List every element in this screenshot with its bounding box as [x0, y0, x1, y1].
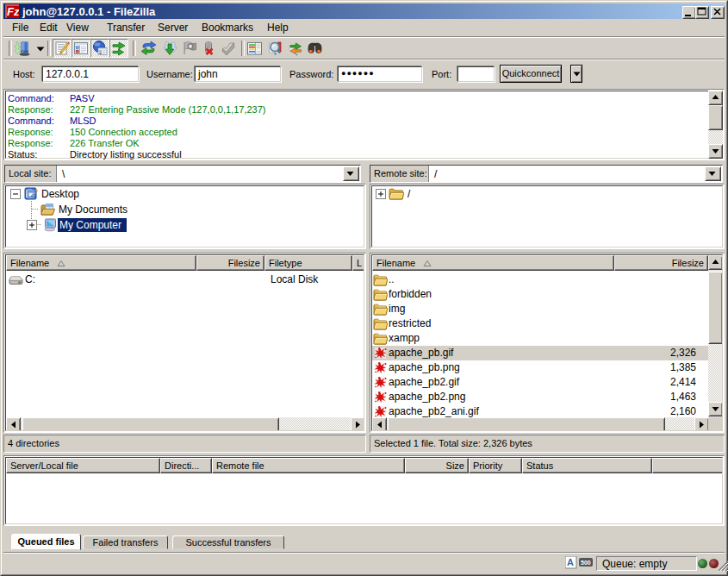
svg-text:A: A [567, 557, 574, 567]
svg-text:500: 500 [581, 560, 591, 566]
svg-text:Fz: Fz [7, 5, 19, 18]
